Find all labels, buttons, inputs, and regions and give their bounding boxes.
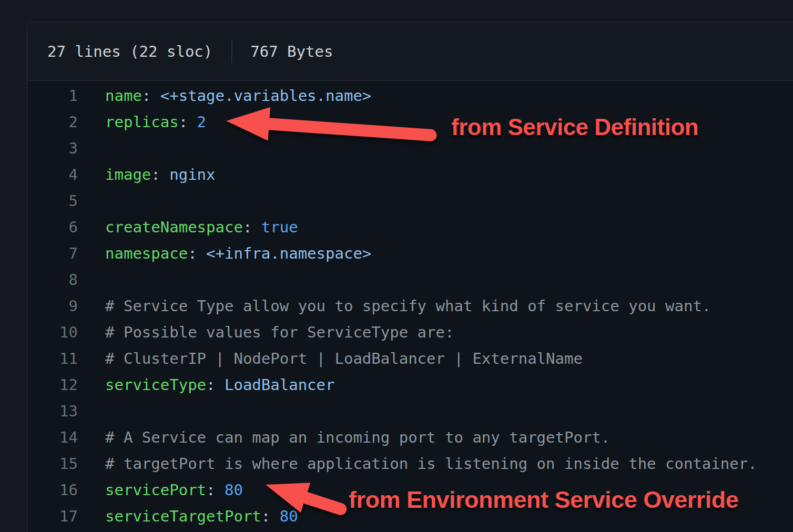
line-number[interactable]: 6 [27, 214, 78, 240]
code-line: 14# A Service can map an incoming port t… [27, 424, 793, 451]
code-line: 7namespace: <+infra.namespace> [27, 240, 793, 267]
line-content: serviceTargetPort: 80 [105, 507, 298, 525]
line-number[interactable]: 10 [27, 319, 78, 345]
line-content: image: nginx [105, 166, 216, 183]
file-size-info: 767 Bytes [250, 43, 333, 60]
line-number[interactable]: 4 [27, 161, 78, 188]
code-line: 6createNamespace: true [27, 214, 793, 240]
code-line: 13 [27, 398, 793, 424]
code-line: 8 [27, 267, 793, 293]
code-line: 4image: nginx [27, 161, 793, 188]
token-punct: : [151, 166, 169, 183]
token-punct: : [261, 507, 280, 525]
line-content: # A Service can map an incoming port to … [105, 428, 610, 446]
line-number[interactable]: 15 [27, 451, 78, 477]
code-line: 1name: <+stage.variables.name> [27, 83, 793, 109]
token-comment: # targetPort is where application is lis… [105, 455, 757, 473]
code-line: 10# Possible values for ServiceType are: [27, 319, 793, 345]
token-key: serviceTargetPort [105, 507, 261, 525]
line-content: servicePort: 80 [105, 481, 243, 499]
line-number[interactable]: 13 [27, 398, 78, 424]
token-const: 2 [197, 113, 206, 131]
code-line: 12serviceType: LoadBalancer [27, 372, 793, 398]
line-number[interactable]: 16 [27, 477, 78, 503]
token-punct: : [179, 113, 197, 131]
line-number[interactable]: 14 [27, 424, 78, 451]
line-content: namespace: <+infra.namespace> [105, 244, 371, 262]
token-comment: # Possible values for ServiceType are: [105, 323, 454, 341]
token-key: createNamespace [105, 218, 243, 236]
token-const: 80 [280, 507, 298, 525]
token-key: servicePort [105, 481, 206, 499]
line-number[interactable]: 8 [27, 267, 78, 293]
line-content: serviceType: LoadBalancer [105, 376, 335, 394]
line-number[interactable]: 2 [27, 109, 78, 135]
code-line: 15# targetPort is where application is l… [27, 451, 793, 477]
token-str: LoadBalancer [225, 376, 335, 394]
annotation-label-service-definition: from Service Definition [451, 114, 698, 141]
token-key: replicas [105, 113, 179, 131]
file-lines-info: 27 lines (22 sloc) [47, 43, 212, 60]
line-content: # ClusterIP | NodePort | LoadBalancer | … [105, 350, 583, 367]
line-number[interactable]: 3 [27, 135, 78, 161]
token-str: <+infra.namespace> [206, 244, 371, 262]
code-area: 1name: <+stage.variables.name>2replicas:… [27, 81, 793, 529]
token-str: <+stage.variables.name> [160, 87, 372, 105]
token-key: serviceType [105, 376, 206, 394]
line-content: # Service Type allow you to specify what… [105, 297, 711, 315]
token-punct: : [142, 87, 160, 105]
line-content: # Possible values for ServiceType are: [105, 323, 454, 341]
header-divider [231, 40, 232, 63]
token-punct: : [206, 481, 225, 499]
line-number[interactable]: 12 [27, 372, 78, 398]
line-number[interactable]: 1 [27, 83, 78, 109]
line-number[interactable]: 17 [27, 503, 78, 529]
token-key: namespace [105, 244, 188, 262]
token-comment: # Service Type allow you to specify what… [105, 297, 711, 315]
token-comment: # A Service can map an incoming port to … [105, 428, 610, 446]
token-punct: : [243, 218, 261, 236]
line-content: replicas: 2 [105, 113, 206, 131]
token-const: true [261, 218, 298, 236]
token-key: name [105, 87, 142, 105]
file-viewer: 27 lines (22 sloc) 767 Bytes 1name: <+st… [27, 22, 793, 532]
code-line: 11# ClusterIP | NodePort | LoadBalancer … [27, 345, 793, 372]
line-number[interactable]: 11 [27, 345, 78, 372]
code-line: 5 [27, 188, 793, 214]
token-comment: # ClusterIP | NodePort | LoadBalancer | … [105, 350, 583, 367]
token-punct: : [206, 376, 225, 394]
token-const: 80 [225, 481, 243, 499]
line-content: # targetPort is where application is lis… [105, 455, 757, 473]
file-header: 27 lines (22 sloc) 767 Bytes [27, 23, 793, 81]
annotation-label-environment-override: from Environment Service Override [349, 486, 738, 514]
line-content: createNamespace: true [105, 218, 298, 236]
line-number[interactable]: 9 [27, 293, 78, 319]
code-line: 9# Service Type allow you to specify wha… [27, 293, 793, 319]
token-str: nginx [169, 166, 215, 183]
line-number[interactable]: 5 [27, 188, 78, 214]
line-number[interactable]: 7 [27, 240, 78, 267]
token-punct: : [188, 244, 206, 262]
token-key: image [105, 166, 151, 183]
line-content: name: <+stage.variables.name> [105, 87, 371, 105]
